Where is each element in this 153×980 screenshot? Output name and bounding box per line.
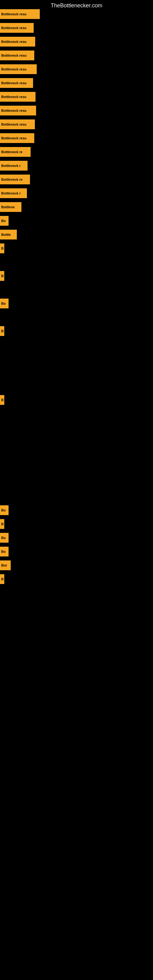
bar: Bot [0,560,11,570]
bar-item: Bottleneck resu [0,106,36,115]
bar: Bottlene [0,202,21,212]
bar: Bottleneck resu [0,9,40,19]
bar: Bottleneck resu [0,37,35,46]
bar-item: B [0,395,4,405]
bar: Bottleneck r [0,188,27,198]
bar: B [0,395,4,405]
bar-item: Bottleneck resu [0,133,34,143]
bar: Bottleneck resu [0,78,33,88]
bar-item: Bottleneck resu [0,23,33,33]
bar: Bottleneck resu [0,92,35,102]
bar: Bottle [0,230,17,240]
bar: Bottleneck r [0,161,27,170]
bar-item: Bottleneck resu [0,51,34,60]
bar: Bo [0,505,9,515]
bar-item: Bo [0,216,9,226]
bar-item: Bottleneck resu [0,9,40,19]
bar-item: Bo [0,505,9,515]
bar-item: Bottleneck resu [0,92,35,102]
bar: Bottleneck resu [0,133,34,143]
bar: Bo [0,533,9,542]
bar-item: B [0,271,4,281]
bar-item: Bottleneck re [0,147,30,157]
bar: Bottleneck resu [0,64,37,74]
chart-container: TheBottlenecker.com Bottleneck resuBottl… [0,0,153,980]
bar-item: Bottleneck resu [0,64,37,74]
bar-item: B [0,326,4,336]
bar-item: Bo [0,299,9,309]
bar-item: Bottleneck re [0,175,30,185]
bar: B [0,574,4,584]
bar-item: Bo [0,533,9,542]
bar-item: Bottleneck r [0,188,27,198]
bar: Bottleneck resu [0,51,34,60]
bar: B [0,271,4,281]
bar: Bottleneck resu [0,106,36,115]
bar: Bo [0,216,9,226]
bar: Bottleneck re [0,175,30,185]
bar-item: Bottle [0,230,17,240]
bar: B [0,243,4,253]
bar: Bottleneck resu [0,23,33,33]
bar: Bo [0,547,9,557]
site-title: TheBottlenecker.com [0,0,153,10]
bar-item: B [0,243,4,253]
bar-item: Bottleneck resu [0,119,35,129]
bar-item: Bo [0,547,9,557]
bar: Bottleneck resu [0,119,35,129]
bar: Bo [0,299,9,309]
bar-item: Bottleneck resu [0,78,33,88]
bar-item: Bottleneck resu [0,37,35,46]
bar: B [0,519,4,529]
bar: B [0,326,4,336]
bar: Bottleneck re [0,147,30,157]
bar-item: Bot [0,560,11,570]
bar-item: Bottleneck r [0,161,27,170]
bar-item: Bottlene [0,202,21,212]
bar-item: B [0,519,4,529]
bar-item: B [0,574,4,584]
